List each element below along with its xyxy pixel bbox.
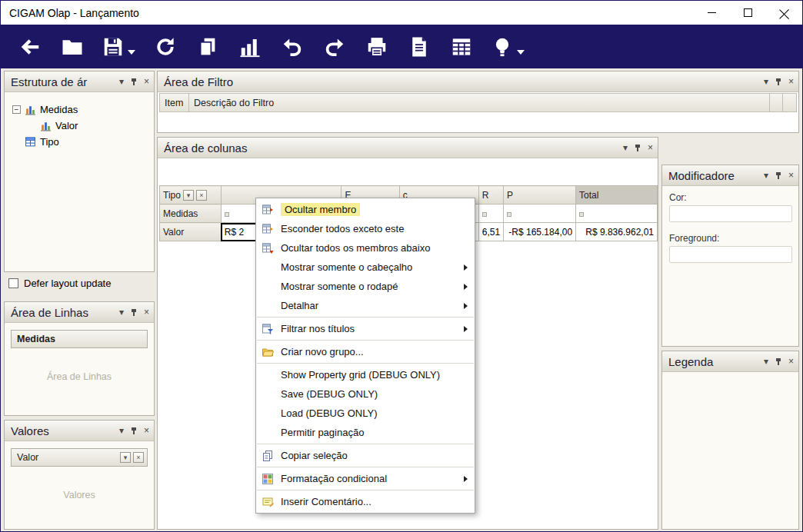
conditional-format-icon [261, 473, 275, 485]
undo-icon [281, 35, 304, 58]
pivot-value-cell[interactable]: 6,51 [478, 223, 503, 241]
refresh-button[interactable] [144, 29, 186, 65]
redo-button[interactable] [313, 29, 355, 65]
dropdown-icon[interactable]: ▾ [119, 426, 124, 435]
defer-layout-row: Defer layout update [8, 278, 111, 289]
save-dropdown-icon[interactable] [128, 50, 135, 55]
sort-glyph-icon [482, 212, 487, 217]
dropdown-icon[interactable]: ▾ [119, 308, 124, 317]
print-preview-button[interactable] [398, 29, 440, 65]
tree-panel-body: − Medidas [5, 92, 154, 271]
pivot-col-header[interactable]: R [478, 186, 503, 204]
close-panel-icon[interactable]: × [144, 426, 149, 435]
filter-area-panel: Área de Filtro ▾ × Item Descrição do Fil… [157, 71, 799, 133]
dropdown-icon[interactable]: ▾ [623, 143, 628, 152]
pin-icon[interactable] [130, 308, 138, 317]
pivot-cell[interactable] [576, 204, 658, 223]
tips-button[interactable] [482, 29, 533, 65]
pivot-col-header-total[interactable]: Total [576, 186, 658, 204]
filter-dropdown-icon[interactable]: ▾ [120, 452, 131, 463]
defer-layout-checkbox[interactable] [8, 278, 18, 288]
dropdown-icon[interactable]: ▾ [764, 357, 768, 366]
dropdown-icon[interactable]: ▾ [764, 77, 768, 86]
menu-item-show-property-grid[interactable]: Show Property grid (DEBUG ONLY) [256, 365, 475, 384]
menu-item-filtrar-titulos[interactable]: Filtrar nos títulos [256, 319, 475, 338]
pin-icon[interactable] [130, 427, 138, 435]
pin-icon[interactable] [130, 78, 138, 86]
menu-item-copiar-selecao[interactable]: Copiar seleção [256, 446, 475, 465]
pivot-value-cell[interactable]: -R$ 165.184,00 [504, 223, 576, 241]
menu-item-inserir-comentario[interactable]: Inserir Comentário... [256, 492, 475, 511]
dropdown-icon[interactable]: ▾ [119, 77, 124, 86]
filter-col-extra-1[interactable] [770, 94, 783, 111]
remove-field-icon[interactable]: × [196, 190, 207, 201]
foreground-input[interactable] [669, 246, 792, 263]
field-valor-label: Valor [17, 452, 38, 463]
pivot-row-header-valor[interactable]: Valor [160, 223, 222, 241]
collapse-icon[interactable]: − [12, 105, 21, 114]
close-panel-icon[interactable]: × [788, 77, 794, 86]
remove-field-icon[interactable]: × [133, 452, 144, 463]
menu-item-esconder-todos-exceto[interactable]: Esconder todos exceto este [256, 219, 475, 238]
close-icon [779, 8, 789, 18]
pin-icon[interactable] [775, 171, 782, 180]
copy-selection-icon [261, 450, 275, 462]
close-panel-icon[interactable]: × [144, 308, 149, 317]
menu-item-detalhar[interactable]: Detalhar [256, 296, 475, 315]
pin-icon[interactable] [634, 144, 641, 152]
sort-glyph-icon [579, 212, 584, 217]
redo-icon [323, 35, 346, 58]
tips-dropdown-icon[interactable] [517, 50, 525, 55]
filter-col-extra-2[interactable] [783, 94, 796, 111]
menu-item-criar-novo-grupo[interactable]: Criar novo grupo... [256, 342, 475, 361]
menu-item-ocultar-membro[interactable]: Ocultar membro [256, 200, 475, 219]
pivot-cell[interactable] [504, 204, 576, 223]
pin-icon[interactable] [775, 357, 782, 366]
menu-item-ocultar-membros-abaixo[interactable]: Ocultar todos os membros abaixo [256, 238, 475, 258]
menu-separator [257, 444, 474, 444]
menu-item-mostrar-cabecalho[interactable]: Mostrar somente o cabeçalho [256, 258, 475, 277]
filter-col-descricao[interactable]: Descrição do Filtro [189, 94, 770, 111]
close-panel-icon[interactable]: × [144, 77, 149, 86]
print-button[interactable] [355, 29, 398, 65]
save-button[interactable] [93, 29, 144, 65]
close-panel-icon[interactable]: × [788, 171, 794, 180]
grid-view-button[interactable] [440, 29, 482, 65]
filter-dropdown-icon[interactable]: ▾ [183, 190, 194, 201]
dropdown-icon[interactable]: ▾ [764, 171, 768, 180]
pivot-cell[interactable] [478, 204, 503, 223]
field-medidas[interactable]: Medidas [11, 330, 148, 348]
pivot-value-cell[interactable]: R$ 9.836.962,01 [576, 223, 658, 241]
menu-separator [257, 363, 474, 364]
field-valor[interactable]: Valor ▾ × [11, 448, 148, 467]
menu-item-load-debug[interactable]: Load (DEBUG ONLY) [256, 404, 475, 423]
pin-icon[interactable] [775, 78, 782, 86]
tree-item-tipo[interactable]: Tipo [12, 134, 154, 150]
copy-button[interactable] [186, 29, 228, 65]
close-panel-icon[interactable]: × [788, 357, 794, 366]
legend-panel: Legenda ▾ × [661, 351, 799, 530]
tree-item-valor[interactable]: Valor [12, 118, 154, 134]
chart-button[interactable] [228, 29, 271, 65]
menu-item-permitir-paginacao[interactable]: Permitir paginação [256, 423, 475, 442]
maximize-button[interactable] [730, 1, 766, 25]
color-input[interactable] [669, 205, 792, 222]
open-button[interactable] [51, 29, 93, 65]
menu-item-mostrar-rodape[interactable]: Mostrar somente o rodapé [256, 277, 475, 296]
close-panel-icon[interactable]: × [648, 143, 653, 152]
pivot-row-header-medidas[interactable]: Medidas [160, 204, 222, 223]
values-panel-body: Valor ▾ × Valores [5, 441, 154, 529]
filter-col-item[interactable]: Item [160, 94, 189, 111]
rows-placeholder: Área de Linhas [5, 371, 154, 382]
hide-below-icon [261, 242, 275, 254]
pivot-col-header[interactable]: P [504, 186, 576, 204]
close-button[interactable] [766, 1, 802, 25]
back-button[interactable] [8, 29, 51, 65]
pivot-field-tipo[interactable]: Tipo ▾ × [160, 186, 222, 204]
minimize-button[interactable] [694, 1, 730, 25]
menu-item-formatacao-condicional[interactable]: Formatação condicional [256, 469, 475, 488]
undo-button[interactable] [271, 29, 313, 65]
new-group-folder-icon [261, 346, 275, 358]
tree-item-medidas[interactable]: − Medidas [12, 101, 154, 118]
menu-item-save-debug[interactable]: Save (DEBUG ONLY) [256, 384, 475, 404]
